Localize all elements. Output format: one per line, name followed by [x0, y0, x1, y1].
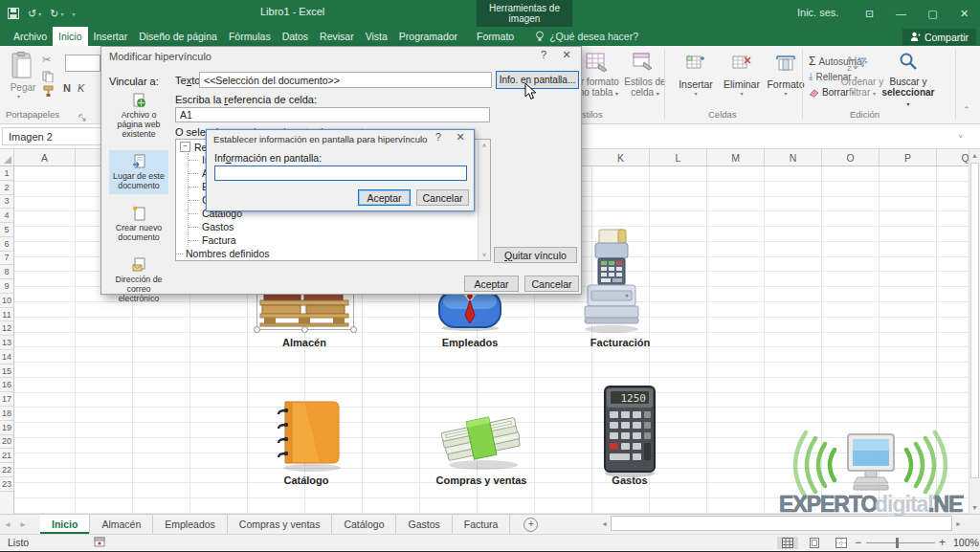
- sheet-tab-factura[interactable]: Factura: [453, 515, 511, 534]
- row-header-15[interactable]: 15: [0, 364, 13, 379]
- row-header-5[interactable]: 5: [0, 223, 13, 237]
- column-header-P[interactable]: P: [880, 149, 937, 166]
- sheet-tab-empleados[interactable]: Empleados: [153, 515, 228, 534]
- sheet-tab-catalogo[interactable]: Catálogo: [332, 515, 396, 534]
- column-header-A[interactable]: A: [14, 149, 76, 166]
- tree-scrollbar[interactable]: ˄ ˅: [478, 140, 490, 260]
- row-header-19[interactable]: 19: [0, 421, 13, 435]
- column-header-O[interactable]: O: [822, 149, 880, 166]
- find-select-label[interactable]: Buscar y: [880, 77, 936, 87]
- row-header-4[interactable]: 4: [0, 209, 13, 223]
- remove-link-button[interactable]: Quitar vínculo: [494, 247, 577, 263]
- dialog-close-icon[interactable]: ✕: [556, 49, 577, 64]
- screentip-ok-button[interactable]: Aceptar: [358, 189, 411, 206]
- format-cells-button[interactable]: Formato▾: [760, 54, 812, 97]
- compras-ventas-image[interactable]: [435, 402, 527, 475]
- tree-item-gastos[interactable]: Gastos: [189, 220, 490, 233]
- paste-dropdown-icon[interactable]: ▾: [17, 93, 20, 99]
- row-header-18[interactable]: 18: [0, 407, 13, 421]
- display-text-field[interactable]: <<Selección del documento>>: [199, 72, 492, 88]
- row-header-6[interactable]: 6: [0, 237, 13, 252]
- ribbon-tab-inicio[interactable]: Inicio: [53, 27, 88, 46]
- row-header-22[interactable]: 22: [0, 463, 13, 477]
- vertical-scrollbar[interactable]: ▲ ▼: [969, 149, 980, 514]
- catalogo-image[interactable]: [272, 398, 345, 476]
- insert-cells-button[interactable]: Insertar▾: [670, 54, 722, 97]
- find-select-icon[interactable]: [898, 52, 919, 77]
- sheet-tab-inicio[interactable]: Inicio: [40, 515, 90, 534]
- sheet-nav-right-icon[interactable]: ►: [15, 515, 31, 534]
- screentip-cancel-button[interactable]: Cancelar: [416, 189, 469, 206]
- dialog-help-button[interactable]: ?: [533, 49, 554, 64]
- zoom-slider[interactable]: [866, 542, 935, 543]
- ribbon-tab-programador[interactable]: Programador: [393, 27, 463, 46]
- row-header-14[interactable]: 14: [0, 350, 13, 364]
- row-header-3[interactable]: 3: [0, 195, 13, 210]
- share-button[interactable]: Compartir: [902, 29, 976, 45]
- maximize-button[interactable]: ▢: [917, 0, 948, 27]
- zoom-out-button[interactable]: −: [855, 536, 861, 549]
- zoom-level[interactable]: 100%: [953, 537, 979, 548]
- resize-handle[interactable]: [254, 326, 260, 333]
- close-button[interactable]: ✕: [948, 0, 980, 27]
- cell-reference-input[interactable]: A1: [175, 107, 490, 122]
- sidebar-item-email-address[interactable]: Dirección de correo electrónico: [109, 254, 168, 307]
- tell-me-box[interactable]: ¿Qué desea hacer?: [535, 27, 638, 46]
- row-header-7[interactable]: 7: [0, 252, 13, 266]
- redo-icon[interactable]: ↻▾: [50, 8, 63, 20]
- italic-button[interactable]: K: [78, 82, 84, 94]
- page-break-view-button[interactable]: [831, 537, 852, 549]
- select-all-corner[interactable]: [0, 149, 14, 166]
- tree-scroll-down-icon[interactable]: ˅: [479, 249, 490, 260]
- sheet-tab-compras-y-ventas[interactable]: Compras y ventas: [228, 515, 333, 534]
- row-header-10[interactable]: 10: [0, 294, 13, 308]
- row-header-17[interactable]: 17: [0, 392, 13, 407]
- sign-in-link[interactable]: Inic. ses.: [797, 7, 838, 18]
- tree-item-factura[interactable]: Factura: [189, 233, 490, 247]
- ribbon-tab-vista[interactable]: Vista: [360, 27, 393, 46]
- tree-scroll-up-icon[interactable]: ˄: [479, 140, 490, 151]
- tree-item-nombres-definidos[interactable]: Nombres definidos: [176, 247, 490, 260]
- collapse-ribbon-icon[interactable]: ⌃: [963, 105, 970, 115]
- sidebar-item-place-in-document[interactable]: Lugar de este documento: [109, 150, 168, 194]
- tab-formato[interactable]: Formato: [471, 27, 520, 46]
- page-layout-view-button[interactable]: [804, 537, 825, 549]
- cell-styles-label[interactable]: Estilos de: [622, 77, 668, 87]
- ribbon-tab-formulas[interactable]: Fórmulas: [223, 27, 277, 46]
- normal-view-button[interactable]: [777, 537, 798, 549]
- row-header-16[interactable]: 16: [0, 378, 13, 392]
- gastos-image[interactable]: 1250: [601, 385, 658, 482]
- minimize-button[interactable]: —: [885, 0, 917, 27]
- ribbon-tab-revisar[interactable]: Revisar: [314, 27, 360, 46]
- scroll-left-icon[interactable]: ◄: [598, 516, 611, 531]
- ribbon-tab-insertar[interactable]: Insertar: [88, 27, 134, 46]
- row-header-23[interactable]: 23: [0, 477, 13, 492]
- scroll-up-icon[interactable]: ▲: [969, 149, 980, 162]
- row-header-2[interactable]: 2: [0, 181, 13, 195]
- ribbon-tab-archivo[interactable]: Archivo: [8, 27, 53, 46]
- row-header-12[interactable]: 12: [0, 321, 13, 336]
- resize-handle[interactable]: [301, 326, 308, 333]
- ribbon-display-options-icon[interactable]: ⊡: [854, 0, 885, 27]
- name-box[interactable]: Imagen 2: [2, 127, 103, 145]
- row-header-1[interactable]: 1: [0, 166, 13, 181]
- bold-button[interactable]: N: [63, 82, 71, 94]
- format-as-table-icon[interactable]: [586, 52, 611, 78]
- screentip-button[interactable]: Info. en pantalla...: [496, 71, 579, 89]
- sort-filter-icon[interactable]: AZ: [846, 53, 867, 77]
- sheet-nav-left-icon[interactable]: ◄: [0, 515, 15, 534]
- column-header-K[interactable]: K: [592, 149, 650, 166]
- new-sheet-button[interactable]: +: [523, 518, 538, 532]
- format-painter-icon[interactable]: [42, 84, 55, 101]
- row-header-8[interactable]: 8: [0, 265, 13, 279]
- row-header-21[interactable]: 21: [0, 449, 13, 463]
- empleados-image[interactable]: [435, 289, 504, 335]
- dialog-cancel-button[interactable]: Cancelar: [524, 276, 579, 292]
- formula-bar-expand-icon[interactable]: ˅: [958, 132, 963, 141]
- paste-button[interactable]: [10, 52, 34, 84]
- tree-collapse-icon[interactable]: −: [180, 142, 190, 152]
- column-header-N[interactable]: N: [765, 149, 822, 166]
- customize-qat-icon[interactable]: ▾: [72, 11, 75, 17]
- undo-icon[interactable]: ↺▾: [28, 8, 41, 20]
- zoom-in-button[interactable]: +: [939, 536, 946, 549]
